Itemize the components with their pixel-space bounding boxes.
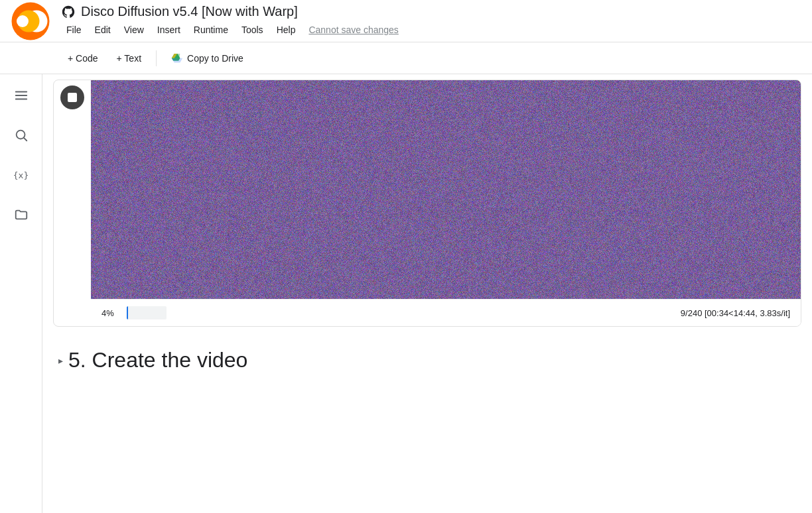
cell-output: 4% 9/240 [00:34<14:44, 3.83s/it]	[91, 80, 801, 326]
variable-symbol: {x}	[13, 170, 29, 180]
menu-view[interactable]: View	[119, 22, 149, 38]
toolbar-divider	[156, 50, 157, 66]
cannot-save-label[interactable]: Cannot save changes	[308, 25, 398, 35]
diffusion-output-canvas	[91, 80, 801, 299]
left-sidebar: {x}	[0, 74, 42, 513]
folder-icon	[14, 207, 29, 222]
notebook-title-row: Disco Diffusion v5.4 [Now with Warp]	[61, 4, 399, 19]
content-area: 4% 9/240 [00:34<14:44, 3.83s/it] ▸ 5. Cr…	[42, 74, 812, 513]
sidebar-toc-icon[interactable]	[8, 82, 34, 109]
stop-icon	[68, 93, 77, 102]
output-image	[91, 80, 801, 299]
cell-gutter	[54, 80, 91, 326]
add-text-button[interactable]: + Text	[107, 49, 151, 68]
menu-insert[interactable]: Insert	[152, 22, 186, 38]
menu-help[interactable]: Help	[271, 22, 301, 38]
notebook-title: Disco Diffusion v5.4 [Now with Warp]	[81, 4, 298, 19]
progress-stats: 9/240 [00:34<14:44, 3.83s/it]	[681, 308, 790, 318]
progress-area: 4% 9/240 [00:34<14:44, 3.83s/it]	[91, 299, 801, 326]
svg-point-3	[17, 15, 29, 27]
menu-bar: File Edit View Insert Runtime Tools Help…	[61, 22, 399, 38]
sidebar-search-icon[interactable]	[8, 122, 34, 148]
copy-to-drive-button[interactable]: Copy to Drive	[162, 48, 253, 68]
add-code-button[interactable]: + Code	[58, 49, 107, 68]
menu-file[interactable]: File	[61, 22, 87, 38]
drive-icon	[171, 52, 183, 64]
menu-edit[interactable]: Edit	[90, 22, 116, 38]
menu-runtime[interactable]: Runtime	[188, 22, 234, 38]
progress-bar-container	[127, 306, 167, 319]
svg-line-8	[24, 138, 27, 141]
cell-wrapper: 4% 9/240 [00:34<14:44, 3.83s/it]	[54, 80, 801, 326]
section-heading: ▸ 5. Create the video	[42, 332, 812, 378]
progress-percent: 4%	[102, 308, 121, 318]
colab-logo	[11, 1, 50, 41]
main-layout: {x}	[0, 74, 812, 513]
menu-tools[interactable]: Tools	[236, 22, 269, 38]
section-title: 5. Create the video	[68, 348, 247, 372]
plus-text-label: + Text	[117, 53, 142, 64]
sidebar-files-icon[interactable]	[8, 201, 34, 228]
title-section: Disco Diffusion v5.4 [Now with Warp] Fil…	[61, 4, 399, 38]
search-icon	[14, 128, 29, 142]
top-bar: Disco Diffusion v5.4 [Now with Warp] Fil…	[0, 0, 812, 42]
collapse-arrow[interactable]: ▸	[58, 355, 63, 366]
sidebar-variables-icon[interactable]: {x}	[8, 162, 34, 188]
progress-bar-fill	[127, 306, 128, 319]
copy-to-drive-label: Copy to Drive	[187, 53, 243, 64]
github-icon	[61, 5, 76, 19]
plus-code-label: + Code	[68, 53, 98, 64]
toolbar: + Code + Text Copy to Drive	[0, 42, 812, 74]
list-icon	[14, 88, 29, 103]
running-cell: 4% 9/240 [00:34<14:44, 3.83s/it]	[53, 80, 801, 327]
stop-execution-button[interactable]	[60, 86, 84, 109]
